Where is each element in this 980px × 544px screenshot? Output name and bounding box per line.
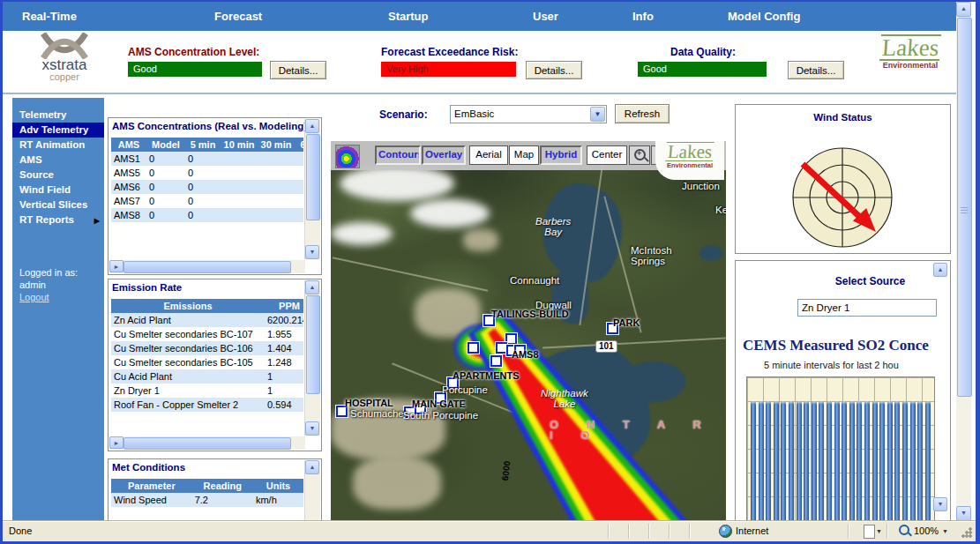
wind-status-panel: Wind Status xyxy=(735,104,951,254)
chart-bar xyxy=(872,401,878,521)
logout-link[interactable]: Logout xyxy=(19,291,104,303)
map-marker[interactable] xyxy=(468,342,479,354)
chevron-down-icon[interactable]: ▼ xyxy=(590,107,605,122)
chart-bar xyxy=(887,401,893,521)
map-button-map[interactable]: Map xyxy=(509,145,539,165)
forecast-details-button[interactable]: Details... xyxy=(526,61,582,79)
resize-grip[interactable] xyxy=(961,526,973,539)
ams-horizontal-scrollbar[interactable]: ◄ ► xyxy=(109,260,305,273)
zoom-level-icon[interactable] xyxy=(899,525,909,535)
table-row: AMS500 xyxy=(111,166,303,180)
chevron-down-icon[interactable]: ▼ xyxy=(942,528,948,534)
scrollbar-thumb[interactable] xyxy=(123,437,291,450)
map-view[interactable]: JunctionKelsBarbers BayMcIntosh SpringsC… xyxy=(331,141,726,521)
scroll-up-icon[interactable]: ▲ xyxy=(305,280,319,294)
table-cell: Cu Acid Plant xyxy=(111,369,265,384)
column-header-ppm: PPM xyxy=(265,299,303,313)
table-cell: 0 xyxy=(185,194,221,208)
table-cell: 0.594 xyxy=(265,398,303,412)
scrollbar-thumb[interactable] xyxy=(306,134,320,220)
table-cell: Zn Acid Plant xyxy=(111,313,265,327)
chart-bar xyxy=(781,401,786,521)
nav-item-info[interactable]: Info xyxy=(632,10,654,23)
page-icon[interactable] xyxy=(864,525,875,539)
sidebar-item-rt-animation[interactable]: RT Animation xyxy=(12,138,104,153)
scroll-up-icon[interactable]: ▲ xyxy=(305,119,319,133)
scroll-down-icon[interactable]: ▼ xyxy=(305,421,319,436)
scroll-right-icon[interactable]: ► xyxy=(109,436,123,449)
chart-bar xyxy=(812,401,817,521)
wind-direction-compass xyxy=(736,121,950,253)
scenario-dropdown[interactable]: EmBasic ▼ xyxy=(450,105,607,123)
zoom-in-button[interactable]: + xyxy=(629,145,650,165)
table-header-row: ParameterReadingUnits xyxy=(111,479,303,493)
map-label-porcupine: Porcupine xyxy=(442,384,488,395)
quality-details-button[interactable]: Details... xyxy=(788,61,844,79)
scrollbar-thumb[interactable] xyxy=(957,18,972,397)
indicator-label: Forecast Exceedance Risk: xyxy=(381,46,518,58)
scroll-down-icon[interactable]: ▼ xyxy=(305,245,319,259)
contour-preview-icon[interactable] xyxy=(335,145,360,168)
nav-item-real-time[interactable]: Real-Time xyxy=(22,10,77,23)
source-selected-value: Zn Dryer 1 xyxy=(802,302,849,313)
table-cell: Cu Smelter secondaries BC-105 xyxy=(111,355,265,369)
map-label-connaught: Connaught xyxy=(510,275,559,286)
map-button-center[interactable]: Center xyxy=(587,145,627,165)
ams-details-button[interactable]: Details... xyxy=(270,61,326,79)
cems-bar-chart xyxy=(746,376,935,522)
chevron-down-icon[interactable]: ▼ xyxy=(876,528,882,534)
map-button-overlay[interactable]: Overlay xyxy=(422,145,466,165)
emission-vertical-scrollbar[interactable]: ▲ ▼ xyxy=(304,280,320,436)
sidebar-item-telemetry[interactable]: Telemetry xyxy=(12,108,104,123)
table-cell: 6200.214 xyxy=(265,313,303,327)
sidebar-item-source[interactable]: Source xyxy=(12,168,104,183)
nav-item-forecast[interactable]: Forecast xyxy=(214,10,262,23)
table-cell xyxy=(221,180,258,194)
table-row: Roof Fan - Copper Smelter 20.594 xyxy=(111,398,303,412)
scroll-down-icon[interactable]: ▼ xyxy=(933,497,947,511)
window-border xyxy=(976,0,980,544)
table-row: AMS800 xyxy=(111,208,303,222)
scrollbar-thumb[interactable] xyxy=(306,295,320,394)
select-source-title: Select Source xyxy=(789,275,952,287)
status-separator xyxy=(648,524,650,539)
map-button-aerial[interactable]: Aerial xyxy=(469,145,508,165)
page-vertical-scrollbar[interactable]: ▲ ▼ xyxy=(956,2,971,521)
scroll-up-icon[interactable]: ▲ xyxy=(956,2,971,17)
table-cell xyxy=(221,166,258,180)
emission-horizontal-scrollbar[interactable]: ◄ ► xyxy=(109,436,305,450)
table-header-row: EmissionsPPM xyxy=(111,299,303,313)
scroll-up-icon[interactable]: ▲ xyxy=(933,263,947,277)
scroll-down-icon[interactable]: ▼ xyxy=(956,506,971,521)
chart-bar xyxy=(902,401,908,521)
username: admin xyxy=(19,279,104,291)
brand-subtitle: copper xyxy=(24,71,105,82)
met-vertical-scrollbar[interactable]: ▲ xyxy=(304,460,320,521)
column-header-5-min: 5 min xyxy=(185,138,221,152)
sidebar-item-wind-field[interactable]: Wind Field xyxy=(12,183,104,197)
nav-item-user[interactable]: User xyxy=(533,10,558,23)
scroll-up-icon[interactable]: ▲ xyxy=(305,460,319,474)
refresh-button[interactable]: Refresh xyxy=(615,104,670,123)
table-row: Cu Acid Plant1 xyxy=(111,369,303,384)
scroll-right-icon[interactable]: ► xyxy=(109,260,123,272)
sidebar-item-vertical-slices[interactable]: Vertical Slices xyxy=(12,197,104,212)
column-header-units: Units xyxy=(253,479,303,493)
scrollbar-thumb[interactable] xyxy=(123,261,291,273)
source-panel-scrollbar[interactable]: ▲ ▼ xyxy=(933,263,948,517)
nav-item-model-config[interactable]: Model Config xyxy=(728,10,800,23)
ams-vertical-scrollbar[interactable]: ▲ ▼ xyxy=(304,119,320,259)
nav-item-startup[interactable]: Startup xyxy=(388,10,429,23)
chart-bar xyxy=(774,401,779,521)
sidebar-item-ams[interactable]: AMS xyxy=(12,153,104,168)
source-dropdown[interactable]: Zn Dryer 1 xyxy=(797,299,937,317)
sidebar-item-rt-reports[interactable]: RT Reports▶ xyxy=(12,212,104,227)
status-separator xyxy=(608,524,610,539)
table-cell: 1 xyxy=(265,369,303,384)
map-button-contours[interactable]: Contours xyxy=(375,145,421,165)
map-marker[interactable] xyxy=(490,355,502,367)
sidebar-item-adv-telemetry[interactable]: Adv Telemetry xyxy=(12,123,104,138)
status-separator xyxy=(628,524,630,539)
map-button-hybrid[interactable]: Hybrid xyxy=(540,145,582,165)
chart-bar xyxy=(910,401,916,521)
